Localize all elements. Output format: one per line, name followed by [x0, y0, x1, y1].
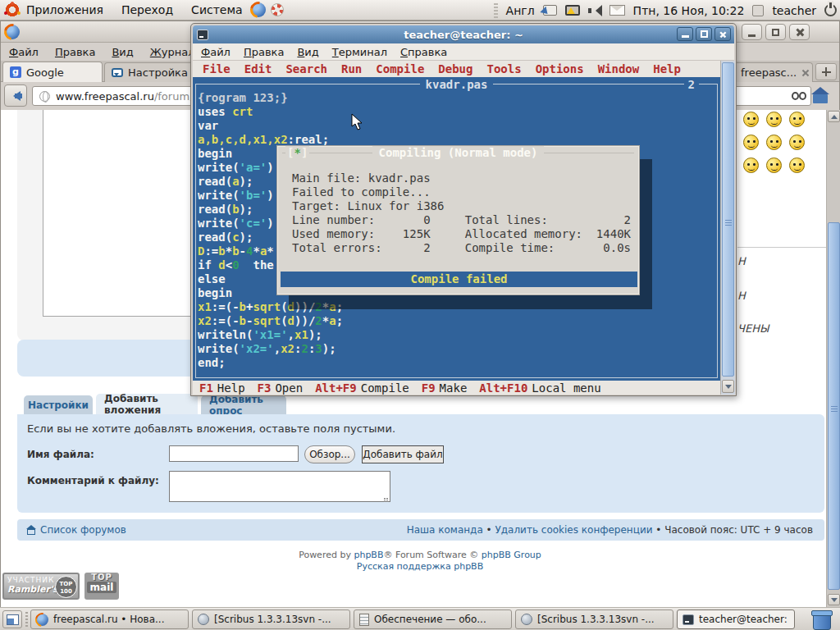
footer-text: Часовой пояс: UTC + 9 часов [664, 524, 813, 536]
accessibility-keyboard-icon[interactable] [543, 5, 557, 16]
clock[interactable]: Птн, 16 Ноя, 10:22 [633, 4, 745, 17]
ide-menu-file[interactable]: File [203, 62, 231, 75]
smiley-arrow-icon[interactable] [766, 158, 782, 173]
terminal-maximize-button[interactable] [696, 27, 712, 41]
ide-menu-edit[interactable]: Edit [244, 62, 272, 75]
footer-link[interactable]: Удалить cookies конференции [495, 524, 652, 536]
mailru-top-badge[interactable]: TOP mail [84, 573, 119, 600]
phpbb-link[interactable]: phpBB Group [482, 550, 541, 560]
tab-close-icon[interactable] [801, 69, 806, 77]
fkey-alt+f9[interactable]: Alt+F9Compile [315, 381, 409, 395]
browser-menu-0[interactable]: Файл [9, 46, 39, 58]
terminal-close-button[interactable] [714, 27, 731, 41]
fkey-f3[interactable]: F3Open [258, 381, 304, 395]
ide-menu-options[interactable]: Options [536, 62, 584, 75]
tab-freepascal[interactable]: freepasc... [733, 62, 813, 82]
taskbar-button[interactable]: teacher@teacher: ~ [677, 609, 795, 629]
panel-menu-2[interactable]: Система [191, 3, 242, 16]
user-switcher-icon[interactable] [752, 5, 764, 16]
terminal-scrollbar[interactable] [720, 61, 735, 395]
taskbar-button[interactable]: [Scribus 1.3.3.13svn -... [515, 609, 673, 629]
browser-scrollbar[interactable] [826, 110, 840, 607]
browser-scrollbar-thumb[interactable] [828, 222, 840, 590]
smiley-twisted-icon[interactable] [766, 135, 782, 150]
file-name-input[interactable] [169, 445, 299, 462]
terminal-scroll-down-button[interactable] [722, 380, 734, 393]
user-name[interactable]: teacher [772, 4, 816, 17]
power-icon[interactable] [824, 4, 837, 16]
tab-add-poll[interactable]: Добавить опрос [201, 395, 286, 414]
mail-notification-icon[interactable] [609, 5, 625, 16]
show-desktop-button[interactable] [2, 610, 22, 628]
scroll-up-button[interactable] [828, 111, 840, 122]
terminal-menu-1[interactable]: Правка [244, 46, 284, 58]
panel-handle[interactable] [494, 3, 498, 18]
new-tab-button[interactable] [815, 63, 837, 80]
tab-config[interactable]: Настройка . [104, 62, 203, 82]
terminal-menu-4[interactable]: Справка [400, 46, 447, 58]
fkey-f1[interactable]: F1Help [199, 381, 245, 395]
browser-menu-1[interactable]: Правка [55, 46, 95, 58]
volume-icon[interactable] [588, 5, 601, 16]
fkey-alt+f10[interactable]: Alt+F10Local menu [479, 381, 600, 395]
ide-menu-search[interactable]: Search [285, 62, 327, 75]
ide-menu-run[interactable]: Run [341, 62, 362, 75]
panel-menu-0[interactable]: Приложения [26, 3, 103, 16]
terminal-titlebar[interactable]: teacher@teacher: ~ [193, 25, 734, 43]
scroll-down-button[interactable] [828, 594, 840, 605]
smiley-smile-icon[interactable] [766, 112, 782, 127]
ide-editor[interactable]: kvadr.pas 2 {rogram 123;}uses crtvara,b,… [193, 77, 720, 381]
terminal-screen[interactable]: FileEditSearchRunCompileDebugToolsOption… [193, 61, 720, 395]
back-arrow-icon [8, 91, 23, 101]
fkey-f9[interactable]: F9Make [422, 381, 468, 395]
file-comment-textarea[interactable] [169, 471, 390, 502]
browser-maximize-button[interactable] [765, 24, 786, 40]
ide-menu-compile[interactable]: Compile [376, 62, 424, 75]
taskbar-button[interactable]: Обеспечение — обо... [354, 609, 512, 629]
firefox-launcher-icon[interactable] [251, 2, 266, 17]
ide-menu-debug[interactable]: Debug [438, 62, 472, 75]
smiley-eek-icon[interactable] [743, 112, 759, 127]
terminal-menu-3[interactable]: Терминал [332, 46, 387, 58]
panel-menus: ПриложенияПереходСистема [26, 3, 243, 16]
browser-menu-2[interactable]: Вид [112, 46, 133, 58]
forum-index-link[interactable]: Список форумов [27, 524, 126, 536]
help-launcher-icon[interactable] [271, 3, 284, 16]
trash-icon[interactable] [810, 609, 832, 629]
display-settings-icon[interactable] [565, 5, 580, 16]
browser-menu-3[interactable]: Журнал [150, 46, 195, 58]
tab-settings[interactable]: Настройки [24, 395, 93, 414]
tab-add-attachments[interactable]: Добавить вложения [96, 394, 198, 414]
smiley-idea-icon[interactable] [743, 158, 759, 173]
panel-menu-1[interactable]: Переход [121, 3, 173, 16]
taskbar-button[interactable]: [Scribus 1.3.3.13svn -... [192, 609, 350, 629]
file-name-label: Имя файла: [27, 449, 94, 460]
add-file-button[interactable]: Добавить файл [362, 445, 444, 463]
dialog-stat-line: Main file: kvadr.pas [292, 171, 631, 185]
terminal-menu-2[interactable]: Вид [297, 46, 318, 58]
browser-close-button[interactable] [789, 24, 810, 40]
keyboard-layout-indicator[interactable]: Англ [506, 4, 535, 17]
russian-support-link[interactable]: Русская поддержка phpBB [1, 561, 839, 572]
taskbar-button[interactable]: freepascal.ru • Нова... [30, 609, 189, 629]
terminal-scrollbar-thumb[interactable] [722, 62, 734, 377]
smiley-neutral-icon[interactable] [789, 158, 805, 173]
tab-google[interactable]: Google [2, 62, 103, 82]
browse-button[interactable]: Обзор... [304, 445, 355, 463]
terminal-menu-0[interactable]: Файл [201, 46, 231, 58]
back-button[interactable] [4, 84, 27, 107]
rambler-top100-badge[interactable]: УЧАСТНИК Rambler's TOP100 [2, 573, 80, 600]
footer-link[interactable]: Наша команда [407, 524, 483, 536]
ide-menu-help[interactable]: Help [653, 62, 681, 75]
ide-menu-window[interactable]: Window [598, 62, 640, 75]
smiley-mad-icon[interactable] [743, 135, 759, 150]
browser-minimize-button[interactable] [742, 24, 762, 40]
ide-menu-tools[interactable]: Tools [486, 62, 521, 75]
ubuntu-logo-icon[interactable] [5, 2, 20, 17]
smiley-cool-icon[interactable] [789, 112, 805, 127]
smilies-panel [743, 112, 810, 173]
phpbb-link[interactable]: phpBB [354, 550, 383, 560]
terminal-minimize-button[interactable] [677, 27, 693, 41]
smiley-evil-icon[interactable] [789, 135, 805, 150]
home-button[interactable] [810, 85, 831, 107]
